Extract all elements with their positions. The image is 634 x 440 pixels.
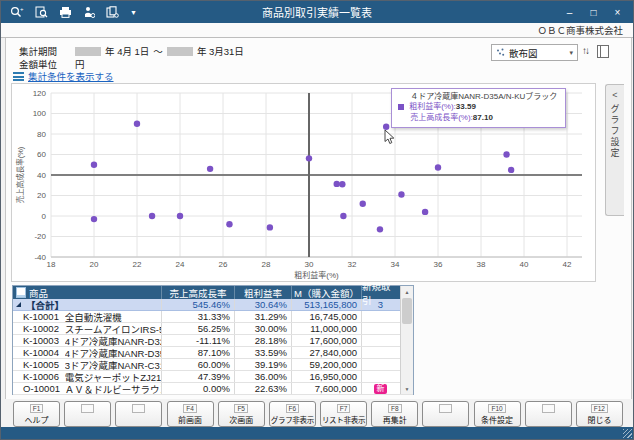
amount-cell: 17,600,000 [292,335,362,346]
table-row[interactable]: O-10001ＡＶ＆ドルビーサラウン0.00%22.63%7,600,000新 [13,383,413,395]
graph-settings-tab[interactable]: < グラフ設定 [605,84,624,216]
amount-cell: 27,840,000 [292,347,362,358]
fkey-f4[interactable]: F4前画面 [167,401,214,427]
total-amount: 513,165,800 [292,299,362,310]
layout-panel-icon[interactable] [597,45,609,58]
scatter-point[interactable] [149,213,155,219]
scatter-point[interactable] [207,166,213,172]
resize-grip[interactable] [623,429,632,438]
fkey-key-label [439,404,452,413]
col-product[interactable]: 商品 [13,286,162,299]
maximize-button[interactable]: □ [583,5,604,20]
product-code: K-10005 [13,359,65,370]
svg-text:42: 42 [563,260,572,269]
total-name: 【合計】 [13,299,162,310]
show-conditions-link[interactable]: 集計条件を表示する [28,69,114,83]
amount-cell: 7,600,000 [292,383,362,394]
growth-cell: 31.33% [162,311,235,322]
table-row-total[interactable]: 【合計】545.46%30.64%513,165,8003 [13,299,413,311]
product-code: K-10004 [13,347,65,358]
fkey-f8[interactable]: F8再集計 [371,401,418,427]
chart-type-select[interactable]: 散布図 ▾ [491,44,578,61]
table-scrollbar[interactable]: ▲ ▼ [400,286,413,394]
scatter-point[interactable] [360,201,366,207]
margin-cell: 31.29% [235,311,292,322]
expander-icon[interactable] [16,302,21,307]
scatter-point[interactable] [377,226,383,232]
fkey-f7[interactable]: F7リスト非表示 [320,401,367,427]
scatter-point[interactable] [91,162,97,168]
table-row[interactable]: K-100034ドア冷蔵庫NANR-D32-11.11%28.18%17,600… [13,335,413,347]
svg-text:60: 60 [37,150,46,159]
table-row[interactable]: K-100044ドア冷蔵庫NANR-D3587.10%33.59%27,840,… [13,347,413,359]
scatter-point[interactable] [134,121,140,127]
fkey-key-label [132,404,145,413]
scrollbar-thumb[interactable] [402,298,412,324]
product-cell: K-10001全自動洗濯機 [13,311,162,322]
fkey-key-label: F1 [30,404,44,413]
scatter-point[interactable] [267,224,273,230]
tooltip-row: 売上高成長率(%):87.10 [398,113,557,124]
list-icon [13,72,24,81]
margin-cell: 33.59% [235,347,292,358]
table-row[interactable]: K-100053ドア冷蔵庫NANR-C3160.00%39.19%59,200,… [13,359,413,371]
masked-year [75,47,101,56]
fkey-f1[interactable]: F1ヘルプ [13,401,60,427]
total-growth: 545.46% [162,299,235,310]
svg-text:20: 20 [90,260,99,269]
col-growth[interactable]: 売上高成長率 [162,286,235,299]
close-button[interactable]: × [607,5,628,20]
product-cell: K-10002スチームアイロンIRS-5( [13,323,162,334]
svg-text:40: 40 [520,260,529,269]
organize-icon[interactable] [106,6,119,18]
amount-cell: 11,000,000 [292,323,362,334]
svg-text:22: 22 [133,260,142,269]
fkey-f5[interactable]: F5次画面 [218,401,265,427]
scatter-point[interactable] [422,209,428,215]
sort-icon[interactable]: ↑↓ [582,45,588,56]
col-margin[interactable]: 粗利益率 [235,286,292,299]
search-plus-icon[interactable]: + [10,6,24,18]
fkey-action-label: 前画面 [178,414,202,425]
fkey-f10[interactable]: F10条件設定 [474,401,521,427]
scroll-up-icon[interactable]: ▲ [401,286,413,297]
svg-text:20: 20 [37,191,46,200]
scatter-point[interactable] [226,221,232,227]
scatter-point[interactable] [306,155,312,161]
col-new[interactable]: 新規取引 [362,286,399,299]
scatter-point[interactable] [334,181,340,187]
fkey-key-label: F12 [591,404,608,413]
scatter-point[interactable] [435,164,441,170]
svg-text:-40: -40 [34,253,46,262]
fkey-f6[interactable]: F6グラフ非表示 [269,401,316,427]
product-name: ＡＶ＆ドルビーサラウン [65,383,161,394]
fkey-blank [64,401,111,427]
toolbar-menu-icon[interactable]: ▼ [130,9,137,16]
scatter-point[interactable] [508,167,514,173]
col-amount[interactable]: M（購入金額） [292,286,362,299]
scatter-point[interactable] [91,216,97,222]
scatter-point[interactable] [398,191,404,197]
svg-text:24: 24 [176,260,185,269]
new-cell [362,359,399,370]
scatter-point[interactable] [339,181,345,187]
table-row[interactable]: K-10002スチームアイロンIRS-5(56.25%30.00%11,000,… [13,323,413,335]
print-icon[interactable] [59,6,72,18]
fkey-key-label [81,404,94,413]
table-row[interactable]: K-10006電気ジャーポットZJ21A47.39%36.00%16,950,0… [13,371,413,383]
fkey-f12[interactable]: F12閉じる [576,401,623,427]
scatter-point[interactable] [503,151,509,157]
scatter-point[interactable] [177,213,183,219]
minimize-button[interactable]: – [559,5,580,20]
growth-cell: 0.00% [162,383,235,394]
mouse-cursor-icon [384,130,395,149]
product-code: K-10001 [13,311,65,322]
scatter-glyph-icon [496,48,505,57]
table-row[interactable]: K-10001全自動洗濯機31.33%31.29%16,745,000 [13,311,413,323]
search-page-icon[interactable] [35,6,48,18]
new-cell [362,311,399,322]
scatter-point[interactable] [340,213,346,219]
jump-icon[interactable] [83,6,95,18]
scroll-down-icon[interactable]: ▼ [401,383,413,394]
amount-cell: 16,745,000 [292,311,362,322]
